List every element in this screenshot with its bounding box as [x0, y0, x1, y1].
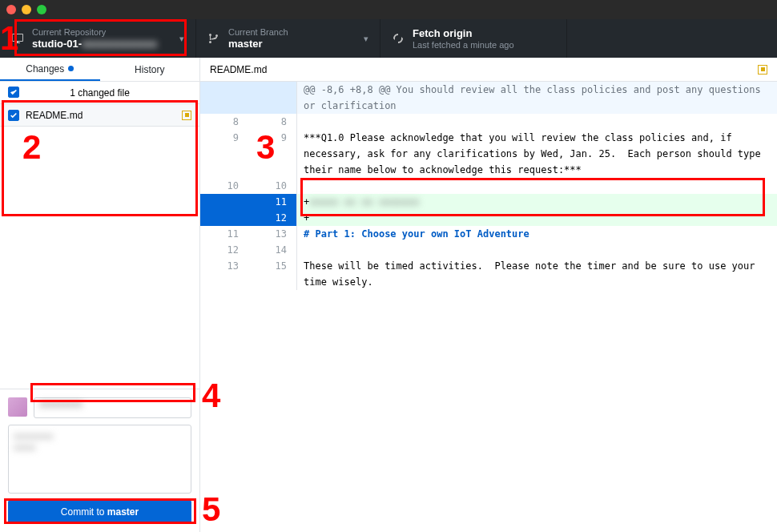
- diff-view[interactable]: @@ -8,6 +8,8 @@ You should review all th…: [200, 82, 777, 532]
- file-list: README.md: [0, 104, 199, 389]
- diff-content: README.md @@ -8,6 +8,8 @@ You should rev…: [200, 58, 777, 532]
- diff-line[interactable]: 11+xxxxx xx xx xxxxxxx: [200, 194, 777, 210]
- branch-value: master: [228, 38, 288, 50]
- sidebar: Changes History 1 changed file README.md: [0, 58, 200, 532]
- modified-badge: [758, 65, 767, 75]
- branch-icon: [207, 32, 220, 45]
- commit-button[interactable]: Commit to master: [8, 500, 191, 524]
- file-name: README.md: [26, 110, 175, 121]
- commit-button-branch: master: [107, 506, 139, 518]
- file-summary: 1 changed file: [0, 82, 199, 104]
- branch-selector[interactable]: Current Branch master ▾: [196, 19, 380, 58]
- tab-changes-label: Changes: [26, 63, 64, 75]
- modified-badge: [182, 111, 191, 120]
- minimize-window-button[interactable]: [22, 5, 31, 14]
- diff-file-name: README.md: [210, 64, 267, 75]
- sync-icon: [392, 32, 405, 45]
- tab-history-label: History: [135, 64, 164, 75]
- titlebar: [0, 0, 777, 19]
- diff-line[interactable]: 1214: [200, 242, 777, 258]
- hunk-text: @@ -8,6 +8,8 @@ You should review all th…: [296, 82, 777, 114]
- fetch-sub: Last fetched a minute ago: [413, 40, 514, 50]
- file-item[interactable]: README.md: [0, 104, 199, 127]
- diff-line[interactable]: 1113# Part 1: Choose your own IoT Advent…: [200, 226, 777, 242]
- repo-selector[interactable]: Current Repository studio-01-xxxxxxxxxxx…: [0, 19, 196, 58]
- tab-changes[interactable]: Changes: [0, 58, 100, 81]
- repo-label: Current Repository: [32, 27, 157, 37]
- diff-line[interactable]: 12+: [200, 210, 777, 226]
- close-window-button[interactable]: [6, 5, 16, 14]
- repo-value: studio-01-xxxxxxxxxxxxx: [32, 38, 157, 50]
- commit-box: xxxxxxxxx xxxxxxxxxxxxxx Commit to maste…: [0, 389, 199, 532]
- branch-label: Current Branch: [228, 27, 288, 37]
- commit-description-input[interactable]: xxxxxxxxxxxxxx: [8, 425, 191, 494]
- changes-indicator-dot: [68, 66, 74, 71]
- diff-line[interactable]: 1315These will be timed activities. Plea…: [200, 258, 777, 290]
- select-all-checkbox[interactable]: [8, 87, 19, 99]
- maximize-window-button[interactable]: [37, 5, 46, 14]
- file-checkbox[interactable]: [8, 110, 19, 121]
- toolbar-spacer: [567, 19, 777, 58]
- fetch-title: Fetch origin: [413, 27, 514, 39]
- hunk-header: @@ -8,6 +8,8 @@ You should review all th…: [200, 82, 777, 114]
- diff-line[interactable]: 99***Q1.0 Please acknowledge that you wi…: [200, 130, 777, 178]
- computer-icon: [11, 32, 24, 45]
- fetch-button[interactable]: Fetch origin Last fetched a minute ago: [380, 19, 567, 58]
- commit-summary-input[interactable]: xxxxxxxxx: [34, 397, 191, 418]
- chevron-down-icon: ▾: [179, 34, 184, 44]
- tab-history[interactable]: History: [100, 58, 200, 81]
- commit-button-prefix: Commit to: [61, 506, 107, 518]
- diff-header: README.md: [200, 58, 777, 82]
- diff-line[interactable]: 88: [200, 114, 777, 130]
- sidebar-tabs: Changes History: [0, 58, 199, 82]
- avatar: [8, 397, 27, 417]
- diff-line[interactable]: 1010: [200, 178, 777, 194]
- chevron-down-icon: ▾: [364, 34, 368, 44]
- file-count-label: 1 changed file: [70, 87, 130, 99]
- toolbar: Current Repository studio-01-xxxxxxxxxxx…: [0, 19, 777, 58]
